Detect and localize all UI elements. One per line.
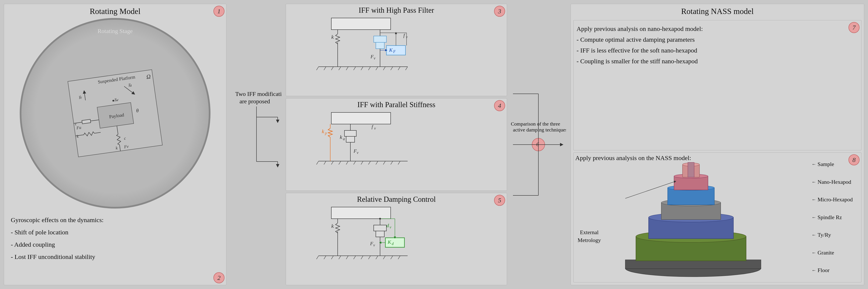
svg-text:v: v [374,126,376,131]
svg-text:v: v [373,243,375,247]
svg-line-100 [346,256,348,259]
label-granite: ← Granite [812,250,858,256]
nass-top-item-1: - Compute optimal active damping paramet… [577,34,858,45]
svg-line-73 [353,161,356,165]
svg-line-36 [324,67,326,70]
badge-8: 8 [848,154,860,165]
nass-top-item-3: - Coupling is smaller for the stiff nano… [577,56,858,67]
arrow-micro-hexapod: ← [812,197,816,203]
svg-text:are proposed: are proposed [240,98,270,105]
comparison-svg: 6 Comparison of the three active damping… [511,60,566,229]
badge-7: 7 [848,22,860,33]
svg-line-107 [398,256,400,259]
arrow-sample: ← [812,161,816,167]
svg-text:Ω: Ω [146,73,151,80]
nass-bottom-title: Apply previous analysis on the NASS mode… [575,154,691,161]
svg-line-46 [398,67,400,70]
label-floor: ← Floor [812,267,858,274]
svg-line-97 [324,256,326,259]
svg-line-101 [353,256,356,259]
rotating-model-panel: Rotating Model 1 Rotating Stage Suspende… [4,4,226,285]
svg-line-44 [383,67,385,70]
iff-ps-box: IFF with Parallel Stiffness 4 [286,98,507,190]
svg-line-45 [391,67,393,70]
svg-text:K: K [389,47,393,53]
svg-line-76 [376,161,378,165]
iff-hpf-svg: k K F f v [289,16,504,71]
svg-line-77 [383,161,385,165]
svg-text:d: d [386,223,389,228]
svg-text:v: v [406,35,408,39]
rotating-diagram-svg: Suspended Platform Payload [50,52,181,175]
floor-text: Floor [817,267,830,274]
svg-text:Two IFF modification: Two IFF modification [235,91,282,97]
svg-text:v: v [374,56,375,60]
nass-label-list: ← Sample ← Nano-Hexapod ← Micro-Hexapod … [812,156,858,280]
external-metrology-label: External Metrology [577,229,602,244]
svg-text:a: a [343,137,345,141]
svg-text:active damping techniques: active damping techniques [513,127,566,133]
svg-line-38 [339,67,341,70]
svg-line-75 [368,161,371,165]
badge-3: 3 [494,6,505,17]
circle-container: Rotating Stage Suspended Platform Payloa… [7,18,224,209]
gyro-title: Gyroscopic effects on the dynamics: [11,215,219,225]
svg-line-70 [331,161,334,165]
gyro-item-1: - Shift of pole location [11,227,219,237]
svg-line-99 [339,256,341,259]
svg-rect-150 [688,162,694,177]
badge-1: 1 [213,6,224,17]
arrow-granite: ← [812,250,816,256]
rotating-stage-label: Rotating Stage [97,28,133,35]
svg-text:k: k [340,134,342,140]
svg-line-68 [316,161,318,165]
iff-hpf-box: IFF with High Pass Filter 3 [286,4,507,96]
svg-text:i⃗w: i⃗w [114,97,119,103]
two-iff-arrows-svg: Two IFF modification are proposed [231,71,282,219]
svg-line-96 [316,256,318,259]
arrow-nano-hexapod: ← [812,179,816,185]
svg-line-102 [361,256,363,259]
svg-rect-94 [331,207,391,219]
label-nano-hexapod: ← Nano-Hexapod [812,179,858,185]
svg-rect-66 [331,112,391,124]
svg-line-69 [324,161,326,165]
label-micro-hexapod: ← Micro-Hexapod [812,196,858,203]
svg-text:v: v [357,150,359,155]
nass-bottom-section: 8 [574,152,861,283]
nass-3d-diagram [577,156,809,280]
iff-ps-svg: k p k a f v F v [289,110,504,165]
svg-line-103 [368,256,371,259]
svg-line-41 [361,67,363,70]
gyro-item-3: - Lost IFF unconditional stability [11,252,219,262]
svg-line-98 [331,256,334,259]
iff-hpf-title: IFF with High Pass Filter [289,6,504,14]
svg-text:k: k [322,128,324,135]
arrow-spindle-rz: ← [812,215,816,220]
svg-text:f: f [372,124,374,130]
main-container: Rotating Model 1 Rotating Stage Suspende… [0,0,868,289]
svg-rect-113 [376,231,384,237]
middle-section: Two IFF modification are proposed [229,4,568,285]
rotating-nass-title: Rotating NASS model [574,7,861,16]
svg-rect-112 [374,225,386,231]
svg-line-40 [353,67,356,70]
svg-line-105 [383,256,385,259]
svg-text:d: d [392,242,394,246]
svg-line-104 [376,256,378,259]
label-ty-ry: ← Ty/Ry [812,232,858,238]
nano-hexapod-text: Nano-Hexapod [817,179,851,185]
badge-5: 5 [494,195,505,206]
svg-line-39 [346,67,348,70]
comparison-container: 6 Comparison of the three active damping… [509,4,568,285]
arrow-ty-ry: ← [812,232,816,238]
svg-line-47 [405,67,408,70]
svg-line-35 [316,67,318,70]
svg-text:F: F [370,241,373,246]
svg-text:Fv: Fv [124,144,129,149]
svg-text:k: k [331,223,334,229]
gyro-text-container: Gyroscopic effects on the dynamics: - Sh… [7,211,224,264]
svg-rect-53 [376,42,384,49]
arrow-floor: ← [812,267,816,273]
spindle-rz-text: Spindle Rz [817,214,842,221]
